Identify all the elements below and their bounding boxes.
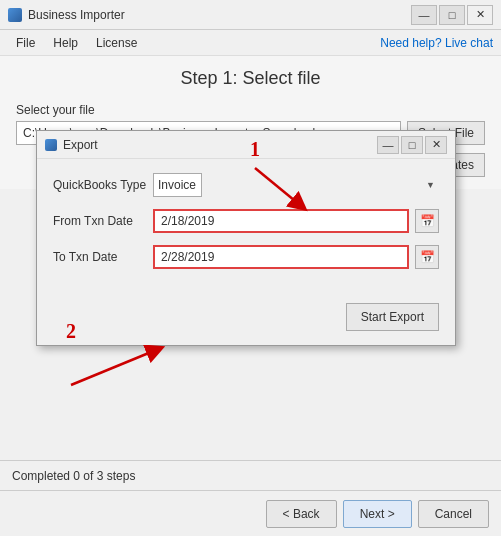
svg-line-1 (71, 350, 156, 385)
file-section-label: Select your file (16, 103, 485, 117)
to-txn-date-label: To Txn Date (53, 250, 153, 264)
arrow-2-svg (66, 345, 166, 395)
app-title: Business Importer (28, 8, 125, 22)
dialog-footer: Start Export (37, 295, 455, 345)
to-txn-date-row: To Txn Date 📅 (53, 245, 439, 269)
quickbooks-type-label: QuickBooks Type (53, 178, 153, 192)
app-icon (8, 8, 22, 22)
status-text: Completed 0 of 3 steps (12, 469, 135, 483)
from-txn-date-row: From Txn Date 📅 (53, 209, 439, 233)
title-bar: Business Importer — □ ✕ (0, 0, 501, 30)
menu-file[interactable]: File (8, 34, 43, 52)
to-txn-date-input[interactable] (153, 245, 409, 269)
menu-help[interactable]: Help (45, 34, 86, 52)
to-txn-date-calendar-button[interactable]: 📅 (415, 245, 439, 269)
quickbooks-type-dropdown-wrapper: Invoice (153, 173, 439, 197)
dialog-title-text: Export (63, 138, 98, 152)
title-bar-left: Business Importer (8, 8, 125, 22)
menu-license[interactable]: License (88, 34, 145, 52)
menu-items: File Help License (8, 34, 145, 52)
from-txn-date-calendar-button[interactable]: 📅 (415, 209, 439, 233)
minimize-button[interactable]: — (411, 5, 437, 25)
dialog-minimize-button[interactable]: — (377, 136, 399, 154)
step-title: Step 1: Select file (16, 68, 485, 89)
to-txn-date-control: 📅 (153, 245, 439, 269)
cancel-button[interactable]: Cancel (418, 500, 489, 528)
dialog-maximize-button[interactable]: □ (401, 136, 423, 154)
title-controls: — □ ✕ (411, 5, 493, 25)
dialog-icon (45, 139, 57, 151)
next-button[interactable]: Next > (343, 500, 412, 528)
quickbooks-type-row: QuickBooks Type Invoice (53, 173, 439, 197)
from-txn-date-input[interactable] (153, 209, 409, 233)
dialog-close-button[interactable]: ✕ (425, 136, 447, 154)
menu-bar: File Help License Need help? Live chat (0, 30, 501, 56)
bottom-nav: < Back Next > Cancel (0, 490, 501, 536)
quickbooks-type-select[interactable]: Invoice (153, 173, 202, 197)
maximize-button[interactable]: □ (439, 5, 465, 25)
close-button[interactable]: ✕ (467, 5, 493, 25)
dialog-title-left: Export (45, 138, 98, 152)
from-txn-date-control: 📅 (153, 209, 439, 233)
from-txn-date-label: From Txn Date (53, 214, 153, 228)
start-export-button[interactable]: Start Export (346, 303, 439, 331)
dialog-title-controls: — □ ✕ (377, 136, 447, 154)
help-live-chat-link[interactable]: Need help? Live chat (380, 36, 493, 50)
back-button[interactable]: < Back (266, 500, 337, 528)
quickbooks-type-control: Invoice (153, 173, 439, 197)
export-dialog: Export — □ ✕ QuickBooks Type Invoice Fro… (36, 130, 456, 346)
dialog-title-bar: Export — □ ✕ (37, 131, 455, 159)
status-bar: Completed 0 of 3 steps (0, 460, 501, 490)
dialog-body: QuickBooks Type Invoice From Txn Date 📅 … (37, 159, 455, 295)
